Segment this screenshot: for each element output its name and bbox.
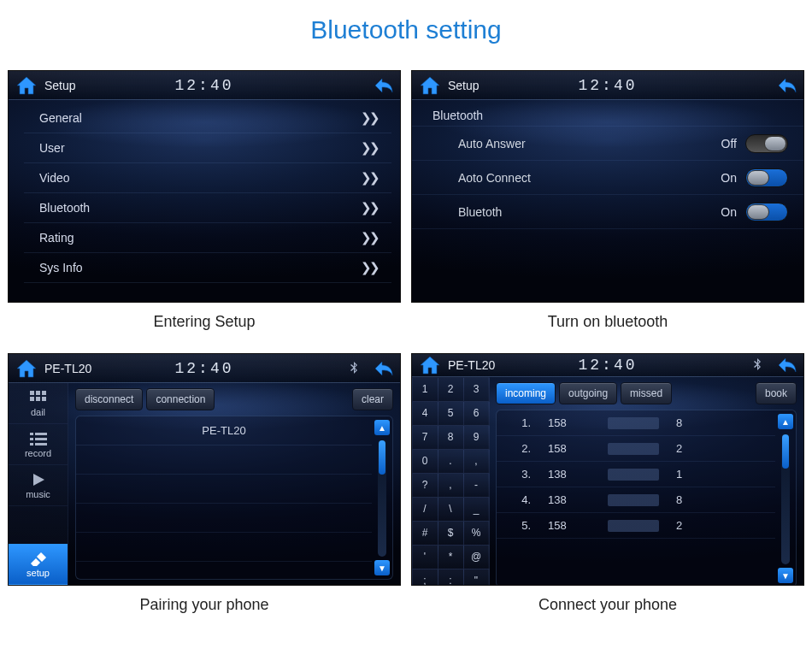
setup-menu-list: General❯❯User❯❯Video❯❯Bluetooth❯❯Rating❯…	[9, 100, 400, 283]
call-row[interactable]: 4.1388	[497, 487, 775, 513]
menu-item-video[interactable]: Video❯❯	[24, 163, 391, 193]
keypad-key[interactable]: 9	[463, 425, 490, 450]
scroll-up-icon[interactable]: ▲	[778, 414, 793, 429]
call-row[interactable]: 2.1582	[497, 436, 775, 462]
toggle-switch[interactable]	[745, 203, 788, 221]
sidebar-item-dail[interactable]: dail	[9, 383, 68, 424]
back-icon[interactable]	[773, 74, 798, 97]
back-icon[interactable]	[369, 357, 395, 380]
menu-item-rating[interactable]: Rating❯❯	[24, 223, 391, 253]
call-index: 4.	[505, 493, 531, 506]
keypad-key[interactable]: ?	[412, 473, 438, 498]
menu-item-sys-info[interactable]: Sys Info❯❯	[24, 253, 391, 283]
scroll-thumb[interactable]	[782, 434, 789, 469]
sidebar-item-music[interactable]: music	[9, 465, 68, 506]
scroll-track[interactable]	[781, 433, 790, 564]
clock: 12:40	[174, 360, 233, 377]
scroll-down-icon[interactable]: ▼	[374, 560, 390, 575]
home-icon[interactable]	[14, 74, 39, 97]
keypad-key[interactable]: 3	[463, 377, 490, 402]
home-icon[interactable]	[417, 354, 443, 376]
keypad-key[interactable]: _	[463, 497, 490, 522]
tab-outgoing[interactable]: outgoing	[559, 382, 617, 404]
keypad-key[interactable]: ,	[463, 449, 490, 474]
keypad-key[interactable]: 4	[412, 401, 438, 426]
keypad-key[interactable]: "	[463, 569, 490, 587]
toggle-switch[interactable]	[745, 134, 788, 153]
menu-item-user[interactable]: User❯❯	[24, 133, 391, 163]
clock: 12:40	[578, 77, 637, 94]
back-icon[interactable]	[369, 74, 395, 97]
scroll-down-icon[interactable]: ▼	[778, 568, 793, 583]
topbar: PE-TL20 12:40	[412, 354, 803, 377]
scroll-thumb[interactable]	[379, 440, 385, 475]
call-row[interactable]: 3.1381	[497, 462, 775, 487]
home-icon[interactable]	[417, 74, 443, 97]
scrollbar[interactable]: ▲ ▼	[775, 410, 796, 586]
back-icon[interactable]	[773, 354, 798, 376]
keypad-key[interactable]: 6	[463, 401, 490, 426]
keypad-key[interactable]: *	[438, 545, 464, 569]
sidebar-item-label: dail	[31, 407, 45, 417]
sidebar-item-setup[interactable]: setup	[9, 544, 68, 585]
disconnect-button[interactable]: disconnect	[75, 388, 143, 410]
keypad-key[interactable]: '	[412, 545, 438, 569]
svg-rect-4	[36, 397, 40, 401]
keypad-key[interactable]: ;	[412, 569, 438, 587]
clear-button[interactable]: clear	[352, 388, 393, 410]
call-prefix: 138	[548, 493, 591, 506]
sidebar-item-record[interactable]: record	[9, 424, 68, 465]
chevron-right-icon: ❯❯	[361, 230, 378, 245]
list-row-empty	[76, 533, 372, 562]
keypad-key[interactable]: %	[463, 521, 490, 546]
keypad-key[interactable]: :	[438, 569, 464, 587]
keypad-key[interactable]: 8	[438, 425, 464, 450]
call-index: 2.	[505, 442, 531, 455]
clock: 12:40	[578, 357, 637, 374]
tab-book[interactable]: book	[756, 382, 797, 404]
page-title: Bluetooth setting	[0, 0, 812, 70]
keypad-key[interactable]: 1	[412, 377, 438, 402]
screen-call-log: PE-TL20 12:40 1234567890.,?,-/\_#$%'*@;:…	[411, 353, 804, 586]
keypad-key[interactable]: 7	[412, 425, 438, 450]
svg-rect-3	[30, 397, 34, 401]
scroll-up-icon[interactable]: ▲	[374, 420, 390, 435]
masked-number	[608, 494, 659, 506]
tab-missed[interactable]: missed	[621, 382, 672, 404]
home-icon[interactable]	[14, 357, 39, 380]
keypad-key[interactable]: #	[412, 521, 438, 546]
keypad-key[interactable]: 0	[412, 449, 438, 474]
device-list: PE-TL20 ▲ ▼	[75, 416, 393, 580]
keypad-key[interactable]: 5	[438, 401, 464, 426]
sidebar: dailrecordmusicsetup	[9, 383, 68, 585]
scroll-track[interactable]	[378, 439, 386, 557]
scrollbar[interactable]: ▲ ▼	[372, 416, 392, 579]
menu-item-label: User	[39, 141, 65, 155]
tab-incoming[interactable]: incoming	[496, 382, 556, 404]
keypad-key[interactable]: 2	[438, 377, 464, 402]
device-row[interactable]: PE-TL20	[76, 416, 372, 445]
topbar-title: PE-TL20	[448, 358, 495, 372]
svg-rect-5	[42, 397, 46, 401]
caption: Pairing your phone	[139, 586, 268, 629]
sidebar-item-label: record	[25, 448, 51, 458]
keypad-key[interactable]: $	[438, 521, 464, 546]
call-row[interactable]: 5.1582	[497, 513, 775, 539]
keypad-key[interactable]: @	[463, 545, 490, 569]
topbar: PE-TL20 12:40	[9, 354, 400, 383]
sidebar-item-label: setup	[26, 568, 50, 578]
keypad-key[interactable]: .	[438, 449, 464, 474]
menu-item-bluetooth[interactable]: Bluetooth❯❯	[24, 193, 391, 223]
call-row[interactable]: 1.1588	[497, 410, 775, 436]
keypad-key[interactable]: ,	[438, 473, 464, 498]
keypad-key[interactable]: \	[438, 497, 464, 522]
connection-button[interactable]: connection	[146, 388, 215, 410]
menu-item-general[interactable]: General❯❯	[24, 103, 391, 133]
call-suffix: 1	[676, 468, 693, 481]
toggle-switch[interactable]	[745, 168, 788, 187]
screenshot-grid: Setup 12:40 General❯❯User❯❯Video❯❯Blueto…	[0, 70, 812, 629]
call-list: 1.15882.15823.13814.13885.1582 ▲ ▼	[496, 410, 797, 586]
keypad-key[interactable]: /	[412, 497, 438, 522]
call-prefix: 158	[548, 442, 591, 455]
keypad-key[interactable]: -	[463, 473, 490, 498]
